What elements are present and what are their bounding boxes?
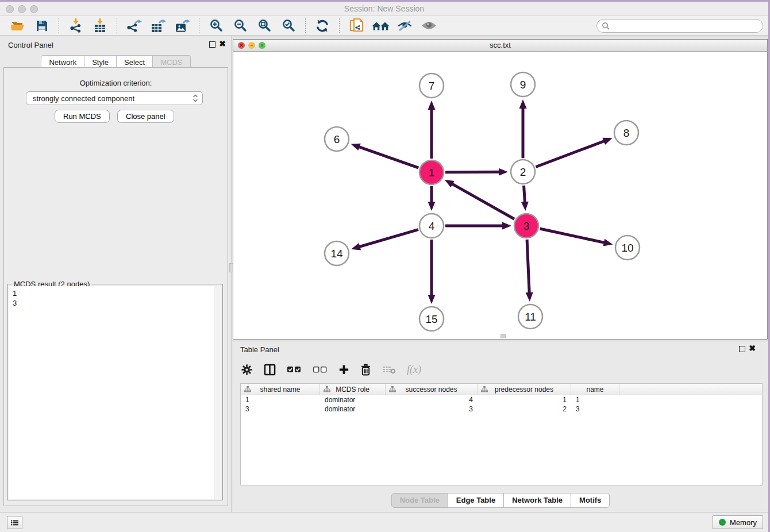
arrowhead-3-10 — [603, 239, 613, 246]
canvas-resize-handle[interactable] — [500, 334, 506, 338]
refresh-view-button[interactable] — [313, 18, 332, 34]
network-canvas[interactable]: 7968124314101511 — [233, 52, 767, 339]
control-panel-title: Control Panel — [8, 41, 53, 49]
task-history-button[interactable] — [7, 516, 22, 529]
list-icon — [11, 519, 18, 527]
tab-edge-table[interactable]: Edge Table — [448, 493, 504, 508]
column-header-successor-nodes[interactable]: successor nodes — [386, 384, 478, 395]
memory-status-icon — [719, 519, 726, 526]
mcds-tab-content: Optimization criterion: strongly connect… — [3, 67, 228, 506]
export-network-button[interactable] — [124, 18, 144, 34]
search-box[interactable] — [596, 19, 763, 33]
float-panel-icon[interactable] — [209, 41, 215, 48]
gear-button[interactable] — [241, 364, 253, 376]
graph-svg: 7968124314101511 — [233, 52, 767, 340]
function-builder-icon: f(x) — [407, 364, 421, 376]
show-gray-eye-icon — [421, 20, 437, 31]
gear-icon — [241, 364, 253, 376]
tab-network-table[interactable]: Network Table — [504, 493, 571, 508]
export-image-button[interactable] — [172, 18, 192, 34]
close-table-panel-icon[interactable]: ✖ — [749, 344, 756, 352]
table-body: 1dominator4113dominator323 — [241, 395, 762, 414]
zoom-fit-button[interactable] — [255, 18, 274, 34]
node-label-9: 9 — [520, 79, 526, 91]
network-window-titlebar[interactable]: ✕ − + scc.txt — [233, 40, 767, 52]
node-label-2: 2 — [520, 166, 526, 178]
import-network-icon — [69, 18, 83, 33]
close-panel-icon[interactable]: ✖ — [219, 40, 226, 48]
table-cell[interactable]: 1 — [241, 396, 320, 404]
node-label-1: 1 — [429, 167, 435, 179]
column-header-name[interactable]: name — [571, 384, 619, 395]
memory-button[interactable]: Memory — [713, 515, 763, 529]
table-cell[interactable]: dominator — [320, 405, 386, 413]
zoom-out-button[interactable] — [230, 18, 250, 34]
zoom-in-button[interactable] — [206, 18, 226, 34]
open-file-button[interactable] — [8, 18, 28, 34]
export-table-button[interactable] — [148, 18, 168, 34]
table-cell[interactable]: 3 — [241, 405, 320, 413]
table-row[interactable]: 1dominator411 — [241, 395, 762, 404]
add-button[interactable] — [338, 364, 349, 375]
edge-1-6[interactable] — [356, 146, 418, 168]
import-network-button[interactable] — [66, 18, 86, 34]
columns-button[interactable] — [264, 364, 276, 376]
toolbar-separator — [305, 18, 306, 33]
node-label-10: 10 — [621, 242, 633, 254]
edge-4-14[interactable] — [357, 230, 418, 248]
export-network-icon — [126, 19, 142, 33]
export-image-icon — [175, 19, 190, 33]
select-all-checks-button[interactable] — [287, 365, 302, 373]
table-panel: Table Panel ✖ f(x) shared nameMCDS roles… — [233, 342, 768, 512]
toolbar-separator — [59, 18, 59, 33]
show-gray-eye-button[interactable] — [419, 18, 438, 34]
table-cell[interactable]: 2 — [478, 405, 571, 413]
trash-button[interactable] — [360, 364, 371, 376]
save-session-icon — [35, 19, 49, 33]
zoom-in-icon — [210, 19, 223, 32]
mcds-result-group: MCDS result (2 nodes) 1 3 — [7, 284, 223, 500]
hierarchy-icon — [324, 386, 330, 394]
table-cell[interactable]: 3 — [571, 405, 619, 413]
table-toolbar: f(x) — [241, 359, 421, 380]
zoom-selected-button[interactable] — [279, 18, 298, 34]
add-icon — [338, 364, 349, 375]
zoom-out-icon — [234, 19, 247, 32]
import-table-button[interactable] — [90, 18, 110, 34]
edge-3-11[interactable] — [527, 240, 529, 296]
optimization-criterion-select[interactable]: strongly connected component — [26, 91, 203, 105]
column-header-shared-name[interactable]: shared name — [241, 384, 320, 395]
table-cell[interactable]: 4 — [386, 396, 478, 404]
edge-3-1[interactable] — [449, 183, 514, 219]
table-cell[interactable]: 3 — [386, 405, 478, 413]
columns-icon — [264, 364, 276, 376]
deselect-all-checks-button[interactable] — [313, 365, 328, 373]
run-mcds-button[interactable]: Run MCDS — [55, 110, 110, 123]
clone-network-button[interactable] — [346, 18, 366, 34]
column-header-MCDS-role[interactable]: MCDS role — [320, 384, 386, 395]
node-label-7: 7 — [429, 80, 435, 92]
table-cell[interactable]: 1 — [571, 396, 619, 404]
hide-selected-button[interactable] — [395, 18, 414, 34]
memory-label: Memory — [730, 518, 757, 527]
edge-1-2[interactable] — [445, 172, 502, 172]
home-view-button[interactable] — [371, 18, 390, 34]
search-input[interactable] — [613, 21, 763, 30]
tab-motifs[interactable]: Motifs — [571, 493, 610, 508]
result-scrollbar[interactable] — [214, 286, 222, 499]
table-cell[interactable]: 1 — [478, 396, 571, 404]
close-panel-button[interactable]: Close panel — [117, 110, 174, 123]
table-cell[interactable]: dominator — [320, 396, 386, 404]
hierarchy-icon — [481, 386, 488, 394]
arrowhead-4-15 — [428, 295, 436, 304]
table-header-row[interactable]: shared nameMCDS rolesuccessor nodesprede… — [241, 384, 762, 395]
mcds-result-values: 1 3 — [13, 288, 17, 308]
save-session-button[interactable] — [32, 18, 52, 34]
edge-2-8[interactable] — [536, 140, 607, 167]
node-label-14: 14 — [330, 248, 343, 260]
tab-node-table[interactable]: Node Table — [391, 493, 448, 508]
float-table-panel-icon[interactable] — [739, 346, 745, 352]
table-row[interactable]: 3dominator323 — [241, 404, 762, 414]
edge-3-10[interactable] — [540, 229, 607, 243]
column-header-predecessor-nodes[interactable]: predecessor nodes — [478, 384, 571, 395]
